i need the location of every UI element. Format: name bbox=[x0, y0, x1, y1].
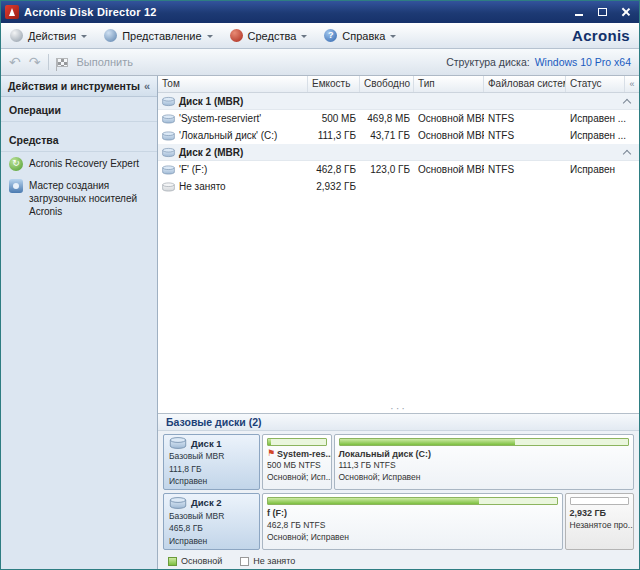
chevron-down-icon bbox=[301, 35, 307, 41]
menu-help[interactable]: ? Справка bbox=[324, 29, 396, 42]
disk-group-row[interactable]: Диск 1 (MBR) bbox=[158, 93, 639, 110]
disk-group-label: Диск 2 (MBR) bbox=[158, 147, 624, 158]
disk-row: Диск 1Базовый MBR111,8 ГБИсправен⚑System… bbox=[163, 434, 634, 491]
redo-icon[interactable]: ↷ bbox=[29, 55, 41, 69]
disk-group-label: Диск 1 (MBR) bbox=[158, 96, 624, 107]
disk-structure-value[interactable]: Windows 10 Pro x64 bbox=[535, 56, 631, 68]
main-area: Действия и инструменты « Операции Средст… bbox=[1, 76, 639, 569]
volume-row[interactable]: 'System-reserviert'500 МБ469,8 МБОсновно… bbox=[158, 110, 639, 127]
menu-actions[interactable]: Действия bbox=[10, 29, 87, 42]
volume-icon bbox=[162, 96, 175, 107]
column-header-status[interactable]: Статус bbox=[566, 76, 625, 92]
disk-info-block[interactable]: Диск 1Базовый MBR111,8 ГБИсправен bbox=[163, 434, 260, 491]
volume-capacity: 500 МБ bbox=[308, 113, 360, 124]
volume-capacity: 111,3 ГБ bbox=[308, 130, 360, 141]
sidebar-header: Действия и инструменты « bbox=[1, 76, 157, 97]
unallocated-swatch-icon bbox=[240, 557, 249, 566]
sidebar: Действия и инструменты « Операции Средст… bbox=[1, 76, 158, 569]
collapse-group-icon[interactable] bbox=[623, 98, 631, 106]
usage-bar bbox=[570, 497, 630, 505]
sidebar-item-recovery-expert[interactable]: ↻ Acronis Recovery Expert bbox=[1, 152, 157, 174]
recovery-expert-icon: ↻ bbox=[9, 157, 23, 171]
volume-type: Основной MBR bbox=[414, 164, 484, 175]
partition-block[interactable]: f (F:)462,8 ГБ NTFSОсновной; Исправен bbox=[262, 493, 563, 550]
maximize-button[interactable] bbox=[592, 4, 612, 20]
disk-legend: Основной Не занято bbox=[158, 553, 639, 569]
collapse-group-icon[interactable] bbox=[623, 149, 631, 157]
legend-label: Не занято bbox=[253, 556, 295, 566]
window-title: Acronis Disk Director 12 bbox=[24, 6, 157, 18]
chevron-down-icon bbox=[207, 35, 213, 41]
column-header-capacity[interactable]: Емкость bbox=[308, 76, 360, 92]
active-flag-icon: ⚑ bbox=[267, 449, 275, 458]
acronis-brand-logo: Acronis bbox=[572, 27, 630, 44]
splitter-handle[interactable]: ··· bbox=[158, 195, 639, 413]
volume-filesystem: NTFS bbox=[484, 164, 566, 175]
tools-icon bbox=[230, 29, 243, 42]
media-builder-icon bbox=[9, 179, 23, 193]
volume-free: 43,71 ГБ bbox=[360, 130, 414, 141]
column-options-icon[interactable]: « bbox=[625, 76, 639, 92]
volume-row[interactable]: 'Локальный диск' (C:)111,3 ГБ43,71 ГБОсн… bbox=[158, 127, 639, 144]
volume-free: 469,8 МБ bbox=[360, 113, 414, 124]
content-area: Том Емкость Свободно Тип Файловая систем… bbox=[158, 76, 639, 569]
sidebar-item-label: Acronis Recovery Expert bbox=[29, 157, 139, 170]
menu-tools-label: Средства bbox=[248, 30, 297, 42]
close-button[interactable] bbox=[615, 4, 635, 20]
disk-info-block[interactable]: Диск 2Базовый MBR465,8 ГБИсправен bbox=[163, 493, 260, 550]
disks-panel-title: Базовые диски (2) bbox=[158, 414, 639, 431]
legend-label: Основной bbox=[181, 556, 222, 566]
volume-icon bbox=[162, 165, 175, 175]
titlebar: Acronis Disk Director 12 bbox=[1, 1, 639, 23]
column-header-free[interactable]: Свободно bbox=[360, 76, 414, 92]
volume-row[interactable]: Не занято2,932 ГБ bbox=[158, 178, 639, 195]
sidebar-section-operations[interactable]: Операции bbox=[1, 97, 157, 122]
execute-button[interactable]: Выполнить bbox=[76, 56, 132, 68]
menubar: Действия Представление Средства ? Справк… bbox=[1, 23, 639, 49]
toolbar-separator bbox=[48, 54, 49, 70]
legend-item-primary: Основной bbox=[168, 556, 222, 566]
partition-block[interactable]: ⚑System-res...500 МБ NTFSОсновной; Исп..… bbox=[262, 434, 332, 491]
actions-icon bbox=[10, 29, 23, 42]
minimize-button[interactable] bbox=[569, 4, 589, 20]
volume-icon bbox=[162, 131, 175, 141]
menu-view-label: Представление bbox=[122, 30, 201, 42]
volume-row[interactable]: 'F' (F:)462,8 ГБ123,0 ГБОсновной MBRNTFS… bbox=[158, 161, 639, 178]
disk-row: Диск 2Базовый MBR465,8 ГБИсправенf (F:)4… bbox=[163, 493, 634, 550]
sidebar-item-media-builder[interactable]: Мастер создания загрузочных носителей Ac… bbox=[1, 174, 157, 221]
chevron-down-icon bbox=[81, 35, 87, 41]
sidebar-section-tools[interactable]: Средства bbox=[1, 127, 157, 152]
unallocated-block[interactable]: 2,932 ГБНезанятое про... bbox=[565, 493, 635, 550]
sidebar-collapse-icon[interactable]: « bbox=[144, 80, 150, 92]
disks-panel: Базовые диски (2) Диск 1Базовый MBR111,8… bbox=[158, 413, 639, 569]
volume-table-body: Диск 1 (MBR)'System-reserviert'500 МБ469… bbox=[158, 93, 639, 195]
disk-structure: Структура диска: Windows 10 Pro x64 bbox=[446, 56, 631, 68]
splitter-dots-icon: ··· bbox=[390, 404, 407, 412]
usage-bar bbox=[267, 438, 327, 446]
volume-type: Основной MBR bbox=[414, 130, 484, 141]
disk-structure-label: Структура диска: bbox=[446, 56, 530, 68]
legend-item-unallocated: Не занято bbox=[240, 556, 295, 566]
volume-capacity: 462,8 ГБ bbox=[308, 164, 360, 175]
column-header-volume[interactable]: Том bbox=[158, 76, 308, 92]
volume-name: 'System-reserviert' bbox=[158, 113, 308, 124]
partition-block[interactable]: Локальный диск (C:)111,3 ГБ NTFSОсновной… bbox=[334, 434, 635, 491]
column-header-filesystem[interactable]: Файловая система bbox=[484, 76, 566, 92]
app-logo-icon bbox=[5, 5, 19, 19]
volume-name: 'F' (F:) bbox=[158, 164, 308, 175]
chevron-down-icon bbox=[390, 35, 396, 41]
volume-filesystem: NTFS bbox=[484, 113, 566, 124]
usage-bar bbox=[267, 497, 558, 505]
menu-view[interactable]: Представление bbox=[104, 29, 212, 42]
execute-flag-icon bbox=[57, 58, 68, 67]
disk-group-row[interactable]: Диск 2 (MBR) bbox=[158, 144, 639, 161]
menu-tools[interactable]: Средства bbox=[230, 29, 308, 42]
volume-type: Основной MBR bbox=[414, 113, 484, 124]
undo-icon[interactable]: ↶ bbox=[9, 55, 21, 69]
volume-free: 123,0 ГБ bbox=[360, 164, 414, 175]
column-header-type[interactable]: Тип bbox=[414, 76, 484, 92]
volume-name: 'Локальный диск' (C:) bbox=[158, 130, 308, 141]
sidebar-item-label: Мастер создания загрузочных носителей Ac… bbox=[29, 179, 149, 218]
view-icon bbox=[104, 29, 117, 42]
primary-swatch-icon bbox=[168, 557, 177, 566]
